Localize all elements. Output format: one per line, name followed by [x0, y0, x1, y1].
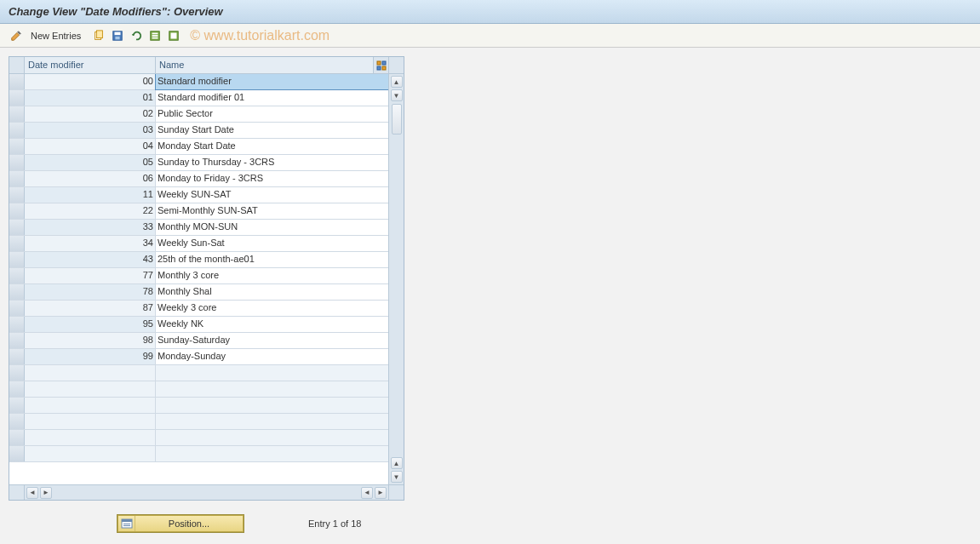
- cell-name[interactable]: Sunday to Thursday - 3CRS: [156, 155, 388, 170]
- cell-code[interactable]: 77: [25, 268, 156, 283]
- scroll-up2-icon[interactable]: ▲: [391, 457, 403, 469]
- cell-code[interactable]: [25, 446, 156, 461]
- scroll-left-col2-icon[interactable]: ◄: [361, 487, 373, 499]
- cell-code[interactable]: 03: [25, 123, 156, 138]
- copy-icon[interactable]: [91, 28, 106, 43]
- row-selector[interactable]: [9, 398, 25, 413]
- position-button[interactable]: Position...: [117, 515, 244, 532]
- cell-name[interactable]: [156, 430, 388, 445]
- row-selector[interactable]: [9, 381, 25, 397]
- scroll-right-col2-icon[interactable]: ►: [375, 487, 387, 499]
- column-header-code[interactable]: Date modifier: [25, 57, 156, 73]
- table-row: [9, 381, 388, 398]
- save-icon[interactable]: [110, 28, 125, 43]
- cell-name[interactable]: [156, 446, 388, 461]
- cell-code[interactable]: [25, 365, 156, 381]
- cell-name[interactable]: Weekly NK: [156, 317, 388, 332]
- row-selector[interactable]: [9, 90, 25, 106]
- cell-code[interactable]: 95: [25, 317, 156, 332]
- deselect-all-icon[interactable]: [166, 28, 181, 43]
- table-settings-button[interactable]: [373, 57, 388, 73]
- cell-name[interactable]: 25th of the month-ae01: [156, 252, 388, 267]
- row-selector[interactable]: [9, 268, 25, 283]
- cell-code[interactable]: 99: [25, 349, 156, 364]
- cell-code[interactable]: 34: [25, 236, 156, 251]
- row-selector[interactable]: [9, 333, 25, 348]
- row-selector[interactable]: [9, 106, 25, 122]
- cell-name[interactable]: Standard modifier 01: [156, 90, 388, 106]
- cell-code[interactable]: 33: [25, 220, 156, 235]
- row-selector[interactable]: [9, 446, 25, 461]
- cell-code[interactable]: 78: [25, 284, 156, 300]
- table-row: [9, 446, 388, 462]
- cell-code[interactable]: [25, 381, 156, 397]
- row-selector[interactable]: [9, 317, 25, 332]
- scroll-thumb[interactable]: [392, 104, 402, 135]
- cell-name[interactable]: Sunday Start Date: [156, 123, 388, 138]
- cell-name[interactable]: [156, 365, 388, 381]
- cell-name[interactable]: Semi-Monthly SUN-SAT: [156, 203, 388, 219]
- cell-name[interactable]: Monthly 3 core: [156, 268, 388, 283]
- cell-name[interactable]: Weekly 3 core: [156, 301, 388, 316]
- select-all-icon[interactable]: [147, 28, 163, 43]
- cell-code[interactable]: 22: [25, 203, 156, 219]
- scroll-up-icon[interactable]: ▲: [391, 76, 403, 88]
- row-selector[interactable]: [9, 414, 25, 429]
- row-selector[interactable]: [9, 284, 25, 300]
- cell-code[interactable]: 00: [25, 74, 156, 89]
- cell-name[interactable]: [156, 381, 388, 397]
- cell-code[interactable]: 02: [25, 106, 156, 122]
- row-selector[interactable]: [9, 301, 25, 316]
- scroll-down2-icon[interactable]: ▼: [391, 471, 403, 483]
- svg-rect-8: [152, 37, 158, 38]
- scroll-right-col1-icon[interactable]: ►: [40, 487, 52, 499]
- cell-code[interactable]: 98: [25, 333, 156, 348]
- row-selector[interactable]: [9, 139, 25, 154]
- cell-name[interactable]: [156, 398, 388, 413]
- row-selector[interactable]: [9, 365, 25, 381]
- table-row: 77Monthly 3 core: [9, 268, 388, 284]
- row-selector[interactable]: [9, 220, 25, 235]
- cell-code[interactable]: [25, 398, 156, 413]
- cell-name[interactable]: Monthly Shal: [156, 284, 388, 300]
- row-selector[interactable]: [9, 349, 25, 364]
- cell-code[interactable]: 04: [25, 139, 156, 154]
- cell-name[interactable]: [156, 414, 388, 429]
- entry-count-label: Entry 1 of 18: [308, 518, 361, 529]
- scroll-down-icon[interactable]: ▼: [391, 89, 403, 101]
- cell-code[interactable]: 43: [25, 252, 156, 267]
- row-selector[interactable]: [9, 203, 25, 219]
- cell-name[interactable]: Monday Start Date: [156, 139, 388, 154]
- table-row: 34Weekly Sun-Sat: [9, 236, 388, 252]
- cell-name[interactable]: Standard modifier: [156, 74, 388, 89]
- table-corner[interactable]: [9, 57, 25, 73]
- cell-code[interactable]: 06: [25, 171, 156, 186]
- row-selector[interactable]: [9, 123, 25, 138]
- cell-name[interactable]: Monthly MON-SUN: [156, 220, 388, 235]
- row-selector[interactable]: [9, 74, 25, 89]
- cell-name[interactable]: Monday-Sunday: [156, 349, 388, 364]
- content-area: Date modifier Name 00Standard modifier01…: [0, 48, 980, 544]
- cell-code[interactable]: 01: [25, 90, 156, 106]
- cell-name[interactable]: Weekly SUN-SAT: [156, 187, 388, 203]
- column-header-name[interactable]: Name: [156, 57, 373, 73]
- row-selector[interactable]: [9, 187, 25, 203]
- cell-name[interactable]: Weekly Sun-Sat: [156, 236, 388, 251]
- cell-code[interactable]: [25, 414, 156, 429]
- cell-code[interactable]: 87: [25, 301, 156, 316]
- row-selector[interactable]: [9, 430, 25, 445]
- cell-name[interactable]: Public Sector: [156, 106, 388, 122]
- cell-name[interactable]: Monday to Friday - 3CRS: [156, 171, 388, 186]
- row-selector[interactable]: [9, 252, 25, 267]
- row-selector[interactable]: [9, 155, 25, 170]
- row-selector[interactable]: [9, 171, 25, 186]
- scroll-left-col1-icon[interactable]: ◄: [26, 487, 38, 499]
- cell-code[interactable]: 11: [25, 187, 156, 203]
- row-selector[interactable]: [9, 236, 25, 251]
- undo-icon[interactable]: [129, 28, 144, 43]
- new-entries-button[interactable]: New Entries: [31, 31, 81, 41]
- cell-code[interactable]: 05: [25, 155, 156, 170]
- cell-name[interactable]: Sunday-Saturday: [156, 333, 388, 348]
- edit-icon[interactable]: [9, 28, 24, 43]
- cell-code[interactable]: [25, 430, 156, 445]
